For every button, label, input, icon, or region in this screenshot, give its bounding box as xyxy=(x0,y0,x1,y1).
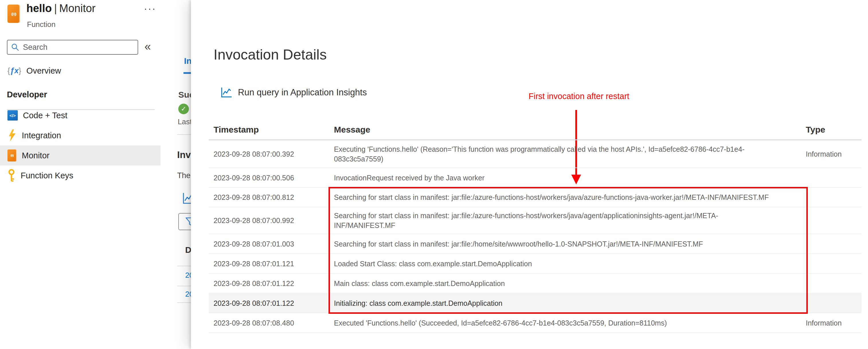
column-header-type: Type xyxy=(806,125,860,135)
sidebar-item-overview[interactable]: {ƒx} Overview xyxy=(0,63,160,78)
cell-timestamp: 2023-09-28 08:07:00.992 xyxy=(214,216,334,225)
column-header-timestamp: Timestamp xyxy=(214,125,334,135)
cell-timestamp: 2023-09-28 08:07:01.003 xyxy=(214,239,334,249)
resource-type-label: Function xyxy=(27,20,56,29)
traces-description: The xyxy=(177,171,191,180)
chart-icon xyxy=(220,86,232,99)
lightning-icon xyxy=(7,129,17,142)
cell-timestamp: 2023-09-28 08:07:00.506 xyxy=(214,173,334,183)
cell-timestamp: 2023-09-28 08:07:08.480 xyxy=(214,318,334,328)
cell-message: Main class: class com.example.start.Demo… xyxy=(334,279,777,288)
cell-message: Searching for start class in manifest: j… xyxy=(334,239,777,249)
table-row[interactable]: 2023-09-28 08:07:08.480 Executed 'Functi… xyxy=(209,313,861,333)
cell-message: Executed 'Functions.hello' (Succeeded, I… xyxy=(334,318,777,328)
search-input[interactable] xyxy=(23,43,126,52)
cell-type: Information xyxy=(806,318,860,328)
table-row[interactable]: 2023-09-28 08:07:01.121 Loaded Start Cla… xyxy=(209,254,861,274)
annotation-text: First invocation after restart xyxy=(529,92,629,101)
broadcast-glyph: ((•)) xyxy=(11,12,16,16)
sidebar-search[interactable] xyxy=(7,40,138,55)
success-check-icon: ✓ xyxy=(178,104,189,114)
sidebar-item-monitor[interactable]: ((•)) Monitor xyxy=(0,145,160,166)
sidebar-item-label: Function Keys xyxy=(21,171,73,180)
sidebar-section-developer: Developer xyxy=(7,90,47,99)
sidebar: ((•)) hello|Monitor Function ··· « {ƒx} … xyxy=(0,0,160,349)
monitor-book-icon: ((•)) xyxy=(7,149,17,162)
table-header-row: Timestamp Message Type xyxy=(209,120,861,140)
page-title: Invocation Details xyxy=(214,46,327,63)
function-app-icon: ((•)) xyxy=(7,5,20,23)
last-updated-label: Last xyxy=(178,117,192,126)
invocation-log-table: Timestamp Message Type 2023-09-28 08:07:… xyxy=(209,120,861,333)
cell-timestamp: 2023-09-28 08:07:00.392 xyxy=(214,149,334,159)
search-icon xyxy=(11,43,20,51)
sidebar-item-label: Overview xyxy=(26,66,61,76)
code-icon: </> xyxy=(7,110,18,120)
sidebar-item-integration[interactable]: Integration xyxy=(0,126,160,145)
cell-message: Loaded Start Class: class com.example.st… xyxy=(334,259,777,269)
cell-timestamp: 2023-09-28 08:07:00.812 xyxy=(214,193,334,202)
function-fx-icon: {ƒx} xyxy=(7,66,21,75)
table-row[interactable]: 2023-09-28 08:07:00.392 Executing 'Funct… xyxy=(209,140,861,168)
sidebar-item-label: Monitor xyxy=(22,151,50,160)
more-options-icon[interactable]: ··· xyxy=(144,3,156,14)
sidebar-item-code-test[interactable]: </> Code + Test xyxy=(0,105,160,126)
cell-message: Initializing: class com.example.start.De… xyxy=(334,298,777,308)
table-row[interactable]: 2023-09-28 08:07:00.506 InvocationReques… xyxy=(209,168,861,188)
title-separator: | xyxy=(52,2,59,14)
sidebar-item-label: Code + Test xyxy=(23,111,67,120)
table-row[interactable]: 2023-09-28 08:07:01.122 Initializing: cl… xyxy=(209,293,861,313)
cell-message: Searching for start class in manifest: j… xyxy=(334,211,777,230)
invocation-traces-heading: Inv xyxy=(177,149,191,160)
invocation-details-panel: Invocation Details Run query in Applicat… xyxy=(191,0,868,349)
column-header-message: Message xyxy=(334,125,777,135)
table-body: 2023-09-28 08:07:00.392 Executing 'Funct… xyxy=(209,140,861,333)
collapse-sidebar-icon[interactable]: « xyxy=(145,40,151,53)
table-row[interactable]: 2023-09-28 08:07:00.992 Searching for st… xyxy=(209,207,861,234)
sidebar-item-function-keys[interactable]: Function Keys xyxy=(0,166,160,185)
run-query-label: Run query in Application Insights xyxy=(238,87,367,98)
cell-message: InvocationRequest received by the Java w… xyxy=(334,173,777,183)
cell-timestamp: 2023-09-28 08:07:01.121 xyxy=(214,259,334,269)
cell-message: Executing 'Functions.hello' (Reason='Thi… xyxy=(334,144,777,164)
cell-type: Information xyxy=(806,149,860,159)
table-row[interactable]: 2023-09-28 08:07:00.812 Searching for st… xyxy=(209,188,861,207)
cell-timestamp: 2023-09-28 08:07:01.122 xyxy=(214,279,334,288)
sidebar-item-label: Integration xyxy=(22,131,61,140)
date-column-header: D xyxy=(185,245,191,255)
blade-name: Monitor xyxy=(59,2,96,14)
table-row[interactable]: 2023-09-28 08:07:01.003 Searching for st… xyxy=(209,234,861,254)
page-header-title: hello|Monitor xyxy=(26,2,95,14)
run-query-link[interactable]: Run query in Application Insights xyxy=(220,86,367,99)
function-name: hello xyxy=(26,2,52,14)
cell-message: Searching for start class in manifest: j… xyxy=(334,193,777,202)
table-row[interactable]: 2023-09-28 08:07:01.122 Main class: clas… xyxy=(209,274,861,293)
cell-timestamp: 2023-09-28 08:07:01.122 xyxy=(214,298,334,308)
key-icon xyxy=(7,169,16,182)
